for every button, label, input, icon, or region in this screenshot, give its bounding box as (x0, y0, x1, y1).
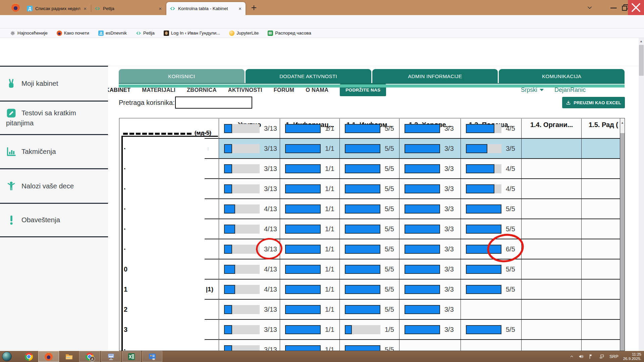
progress-cell: 1/1 (280, 139, 340, 159)
progress-value: 5/5 (506, 326, 515, 334)
browser-tab[interactable]: Kontrolna tabla - Kabinet× (166, 2, 246, 15)
progress-bar (224, 184, 260, 193)
browser-tab[interactable]: ДСписак радних недеља - esDne× (23, 2, 91, 15)
scroll-up-icon[interactable]: ▲ (640, 40, 643, 43)
progress-bar-fill (345, 184, 380, 193)
taskbar-app-chrome[interactable] (21, 351, 37, 362)
table-row[interactable]: ·3/131/15/53/34/5 (119, 159, 625, 179)
student-name-cell: · (119, 219, 219, 239)
progress-cell: 1/1 (280, 219, 340, 239)
table-scroll-up-icon[interactable]: ▲ (621, 121, 624, 124)
taskbar-app-firefox[interactable] (38, 351, 59, 362)
site-nav-item[interactable]: ZBORNICA (187, 87, 217, 93)
progress-bar-fill (285, 325, 321, 334)
progress-cell (522, 159, 582, 179)
display-settings-icon (148, 353, 156, 361)
progress-value: 3/3 (444, 145, 454, 153)
table-row[interactable]: ·3/131/15/5 (119, 340, 625, 351)
page-scrollbar[interactable]: ▲ (639, 38, 644, 351)
panel-tab[interactable]: KOMUNIKACIJA (499, 69, 625, 83)
taskbar-app-display-settings[interactable] (142, 351, 162, 362)
progress-bar (345, 124, 380, 133)
progress-bar (285, 345, 321, 351)
bookmark-item[interactable]: JupyterLite (229, 31, 259, 36)
panel-tab[interactable]: ADMIN INFORMACIJE (372, 69, 498, 83)
sidebar-item-chart[interactable]: Takmičenja (0, 135, 108, 168)
progress-bar (285, 204, 321, 214)
tab-close-icon[interactable]: × (238, 6, 242, 11)
progress-cell: 4/5 (461, 159, 522, 179)
sidebar-item-exclaim[interactable]: Obaveštenja (0, 204, 108, 236)
progress-cell (582, 259, 625, 280)
student-name-cell: · (119, 340, 219, 351)
tab-close-icon[interactable]: × (158, 6, 162, 11)
progress-bar (224, 325, 260, 334)
progress-bar-fill (405, 204, 440, 214)
site-nav-item[interactable]: O NAMA (306, 87, 328, 93)
table-row[interactable]: ·3/131/15/53/34/5 (119, 179, 625, 199)
esd-icon: Д (98, 31, 104, 36)
progress-bar (285, 144, 321, 153)
progress-value: 3/3 (444, 125, 454, 132)
bookmark-item[interactable]: Најпосећеније (10, 31, 48, 36)
page-scrollbar-thumb[interactable] (639, 45, 644, 76)
site-nav-item[interactable]: AKTIVNOSTI (228, 87, 262, 93)
keyboard-language-indicator[interactable]: SRP (609, 354, 619, 359)
table-row[interactable]: 1|1)4/131/15/53/35/5 (119, 280, 625, 300)
sidebar-item-hand[interactable]: Moji kabinet (0, 67, 108, 101)
sidebar-item-pencil[interactable]: Testovi sa kratkim pitanjima (0, 102, 108, 134)
table-row[interactable]: 23/131/15/53/3 (119, 300, 625, 320)
table-row[interactable]: ·:3/131/15/53/33/5 (119, 139, 625, 159)
progress-bar-fill (466, 184, 494, 193)
new-tab-button[interactable] (250, 4, 258, 11)
table-row[interactable]: ·4/131/15/53/35/5 (119, 199, 625, 219)
bookmark-item[interactable]: Log In ‹ Иван Гундули... (164, 31, 220, 36)
table-row[interactable]: ·3/131/15/53/36/5 (119, 239, 625, 259)
window-close-button[interactable] (628, 0, 644, 15)
panel-tab[interactable]: KORISNICI (119, 69, 245, 83)
panel-tab[interactable]: DODATNE AKTIVNOSTI (246, 69, 371, 83)
progress-bar-fill (224, 164, 232, 173)
table-scrollbar-thumb[interactable] (620, 133, 625, 351)
progress-value: 5/5 (385, 245, 394, 253)
tray-chevron-up-icon[interactable] (570, 355, 574, 358)
site-nav-item[interactable]: FORUM (274, 87, 294, 93)
table-row[interactable]: 04/131/15/53/35/5 (119, 259, 625, 280)
progress-cell (522, 259, 582, 280)
progress-cell: 1/1 (280, 280, 340, 300)
bookmark-item[interactable]: Како почети (57, 31, 89, 36)
progress-cell: 3/5 (461, 139, 522, 159)
bookmark-label: Petlja (143, 31, 155, 36)
progress-bar-fill (345, 144, 380, 153)
browser-tab[interactable]: Petlja× (91, 2, 166, 15)
taskbar-app-excel[interactable] (122, 351, 141, 362)
firefox-logo-icon[interactable] (11, 3, 20, 12)
download-excel-button[interactable]: PREUZMI KAO EXCEL (562, 97, 625, 108)
action-center-flag-icon[interactable] (589, 354, 594, 359)
search-label: Pretraga korisnika: (119, 99, 175, 107)
progress-cell: 5/5 (340, 139, 399, 159)
bookmark-item[interactable]: Распоред часова (268, 31, 311, 36)
taskbar-app-explorer[interactable] (60, 351, 78, 362)
speaker-icon[interactable] (578, 354, 584, 359)
search-input[interactable] (175, 97, 252, 109)
network-icon[interactable] (599, 354, 605, 359)
start-button[interactable] (2, 352, 12, 361)
site-nav-item[interactable]: MATERIJALI (142, 87, 175, 93)
progress-bar (224, 285, 260, 294)
student-name-cell: 2 (119, 300, 219, 320)
sidebar-item-child[interactable]: Nalozi vaše dece (0, 169, 108, 203)
progress-value: 5/5 (385, 265, 394, 273)
table-row[interactable]: ·4/131/15/53/35/5 (119, 219, 625, 239)
table-scrollbar[interactable]: ▲ (620, 118, 625, 351)
tab-close-icon[interactable]: × (83, 6, 87, 11)
taskbar-app-chrome-esdnevnik[interactable] (79, 351, 100, 362)
table-row[interactable]: 33/131/11/53/35/5 (119, 320, 625, 340)
taskbar-app-projector[interactable] (101, 351, 121, 362)
progress-value: 5/5 (385, 145, 394, 153)
tab-list-chevron-icon[interactable] (586, 4, 593, 11)
clock[interactable]: 11:25 26.9.2025. (623, 352, 641, 361)
window-minimize-button[interactable] (608, 0, 620, 15)
bookmark-item[interactable]: Petlja (136, 31, 155, 36)
bookmark-item[interactable]: ДesDnevnik (98, 31, 127, 36)
